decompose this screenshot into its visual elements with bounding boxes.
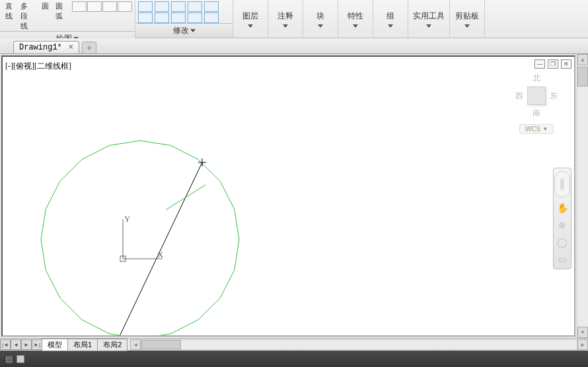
drawing-svg (3, 57, 574, 335)
chevron-down-icon (388, 24, 393, 28)
scroll-left-icon[interactable]: ◄ (130, 339, 141, 350)
ribbon: 直线 多段线 圆 圆弧 绘图 (0, 0, 588, 38)
panel-modify-label[interactable]: 修改 (135, 23, 233, 38)
panel-layer[interactable]: 图层 (233, 0, 268, 38)
scroll-thumb[interactable] (577, 67, 588, 86)
tab-layout2[interactable]: 布局2 (97, 339, 128, 351)
command-icon (17, 355, 24, 363)
chevron-down-icon (426, 24, 431, 28)
modify-tool[interactable] (138, 13, 153, 23)
modify-small-tools (138, 1, 220, 23)
panel-annotate[interactable]: 注释 (268, 0, 303, 38)
nav-next-icon[interactable]: ► (21, 339, 32, 350)
draw-small-tools (72, 1, 132, 12)
draw-smalltool[interactable] (102, 1, 117, 12)
panel-block[interactable]: 块 (303, 0, 338, 38)
doc-tab-label: Drawing1* (19, 43, 62, 52)
panel-group[interactable]: 组 (373, 0, 408, 38)
chevron-down-icon (190, 29, 196, 32)
modify-tool[interactable] (204, 1, 219, 12)
tab-layout1[interactable]: 布局1 (67, 339, 98, 351)
modify-tool[interactable] (171, 1, 186, 12)
ucs-x-label: X (157, 250, 164, 259)
chevron-down-icon (353, 24, 358, 28)
plus-icon: ✦ (86, 44, 92, 53)
panel-modify: 修改 (135, 0, 233, 38)
tab-model[interactable]: 模型 (42, 339, 68, 351)
layout-tabs-bar: |◄ ◄ ► ►| 模型 布局1 布局2 ◄ ► (0, 338, 588, 350)
modify-tool[interactable] (155, 1, 169, 12)
chevron-down-icon (248, 24, 253, 28)
nav-prev-icon[interactable]: ◄ (11, 339, 21, 350)
chevron-down-icon (464, 24, 470, 28)
panel-properties[interactable]: 特性 (338, 0, 373, 38)
drawing-area-wrap: [-][俯视][二维线框] — ❐ ✕ 北 西 东 南 WCS▼ ✋ ⊕ ◯ ▭ (0, 54, 588, 338)
panel-clipboard[interactable]: 剪贴板 (450, 0, 485, 38)
layout-nav: |◄ ◄ ► ►| (0, 339, 42, 350)
chevron-down-icon (283, 24, 288, 28)
scroll-up-icon[interactable]: ▲ (577, 54, 588, 65)
svg-line-2 (166, 185, 205, 210)
expand-icon[interactable]: ▤ (5, 354, 13, 364)
horizontal-scrollbar[interactable]: ◄ ► (130, 339, 588, 350)
modify-tool[interactable] (188, 13, 202, 23)
modify-tool[interactable] (138, 1, 153, 12)
tool-line[interactable]: 直线 (3, 1, 17, 21)
modify-tool[interactable] (188, 1, 202, 12)
nav-first-icon[interactable]: |◄ (0, 339, 11, 350)
draw-smalltool[interactable] (72, 1, 87, 12)
doc-tab-drawing1[interactable]: Drawing1* × (13, 41, 79, 53)
draw-smalltool[interactable] (118, 1, 132, 12)
nav-last-icon[interactable]: ►| (32, 339, 42, 350)
scroll-right-icon[interactable]: ► (577, 339, 588, 350)
chevron-down-icon (318, 24, 323, 28)
tool-arc[interactable]: 圆弧 (53, 1, 67, 21)
ucs-icon: Y X (116, 213, 169, 265)
modify-tool[interactable] (204, 13, 219, 23)
draw-smalltool[interactable] (87, 1, 102, 12)
vertical-scrollbar[interactable]: ▲ ▼ (577, 54, 588, 338)
ucs-y-label: Y (124, 214, 131, 224)
scroll-thumb[interactable] (141, 340, 181, 349)
tool-polyline[interactable]: 多段线 (18, 1, 37, 31)
modify-tool[interactable] (155, 13, 169, 23)
canvas[interactable]: [-][俯视][二维线框] — ❐ ✕ 北 西 东 南 WCS▼ ✋ ⊕ ◯ ▭ (1, 55, 575, 337)
new-tab-button[interactable]: ✦ (82, 42, 96, 53)
modify-tool[interactable] (171, 13, 186, 23)
command-bar[interactable]: ▤ (0, 350, 588, 367)
panel-utility[interactable]: 实用工具 (408, 0, 450, 38)
panel-draw: 直线 多段线 圆 圆弧 绘图 (0, 0, 135, 38)
document-tabs: Drawing1* × ✦ (0, 38, 588, 54)
close-icon[interactable]: × (69, 43, 73, 52)
tool-circle[interactable]: 圆 (39, 1, 52, 11)
scroll-down-icon[interactable]: ▼ (577, 327, 588, 338)
